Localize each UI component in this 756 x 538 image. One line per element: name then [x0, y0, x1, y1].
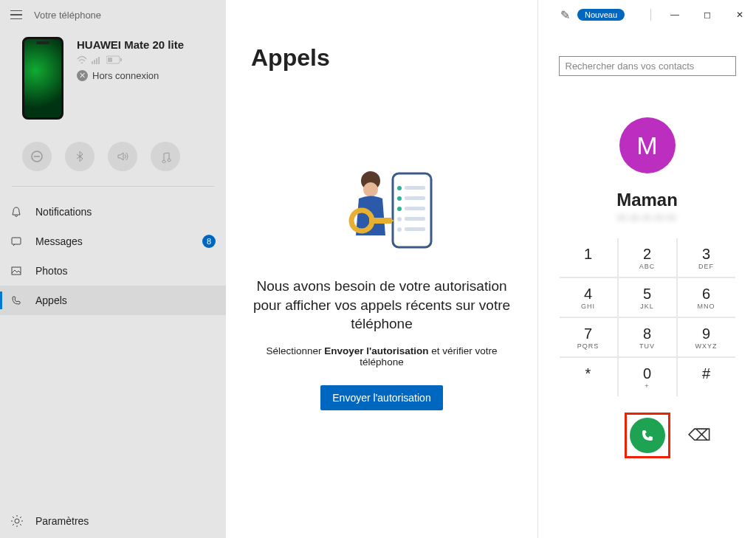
permission-subtext: Sélectionner Envoyer l'autorisation et v… — [251, 345, 512, 368]
backspace-button[interactable]: ⌫ — [688, 426, 711, 445]
phone-icon — [639, 427, 656, 444]
key-7[interactable]: 7PQRS — [560, 318, 617, 356]
permission-illustration — [326, 168, 437, 263]
key-1[interactable]: 1 — [560, 238, 617, 277]
key-hash[interactable]: # — [678, 358, 735, 396]
photo-icon — [10, 265, 25, 277]
svg-rect-10 — [12, 267, 21, 275]
phone-icon — [10, 294, 25, 306]
bluetooth-button[interactable] — [65, 142, 94, 171]
key-star[interactable]: * — [560, 358, 617, 396]
permission-heading: Nous avons besoin de votre autorisation … — [251, 277, 512, 334]
phone-thumbnail — [22, 37, 63, 120]
message-icon — [10, 235, 25, 247]
key-2[interactable]: 2ABC — [619, 238, 676, 277]
gear-icon — [10, 514, 25, 528]
wifi-icon — [77, 55, 87, 64]
device-status: Hors connexion — [92, 70, 159, 81]
svg-point-13 — [397, 186, 402, 190]
svg-rect-5 — [120, 58, 122, 61]
menu-icon[interactable] — [7, 6, 25, 24]
titlebar: ✎ Nouveau — ◻ ✕ — [538, 3, 756, 27]
svg-rect-2 — [96, 58, 97, 64]
contact-number: •• •• •• •• •• — [618, 212, 676, 224]
nav-photos[interactable]: Photos — [0, 256, 226, 286]
messages-badge: 8 — [202, 235, 216, 248]
close-button[interactable]: ✕ — [724, 4, 756, 26]
nav-label: Appels — [35, 294, 67, 306]
svg-rect-14 — [405, 186, 425, 190]
svg-point-19 — [397, 217, 402, 221]
key-6[interactable]: 6MNO — [678, 278, 735, 317]
svg-rect-1 — [94, 60, 95, 64]
device-signals — [77, 55, 184, 64]
app-title: Votre téléphone — [34, 10, 101, 21]
send-authorization-button[interactable]: Envoyer l'autorisation — [320, 385, 442, 410]
music-button[interactable] — [151, 142, 180, 171]
nav-settings[interactable]: Paramètres — [0, 504, 226, 538]
nav-messages[interactable]: Messages 8 — [0, 227, 226, 256]
svg-point-17 — [397, 207, 402, 211]
svg-point-11 — [15, 519, 19, 523]
nav-label: Notifications — [35, 206, 92, 218]
svg-rect-22 — [405, 227, 425, 231]
contact-name: Maman — [616, 190, 678, 210]
maximize-button[interactable]: ◻ — [691, 4, 724, 26]
sidebar: Votre téléphone HUAWEI Mate 20 lite ✕ Ho… — [0, 0, 226, 538]
dialpad: 1 2ABC 3DEF 4GHI 5JKL 6MNO 7PQRS 8TUV 9W… — [560, 238, 735, 396]
svg-rect-20 — [405, 217, 425, 221]
device-card: HUAWEI Mate 20 lite ✕ Hors connexion — [0, 30, 226, 130]
offline-icon: ✕ — [77, 70, 88, 81]
contact-search-input[interactable] — [559, 56, 736, 76]
svg-rect-0 — [92, 61, 93, 64]
divider — [12, 186, 214, 187]
svg-point-24 — [363, 182, 378, 197]
svg-point-15 — [397, 196, 402, 201]
nav-label: Photos — [35, 265, 68, 277]
battery-icon — [106, 55, 123, 64]
dnd-button[interactable] — [22, 142, 52, 171]
contact-avatar: M — [619, 117, 676, 173]
svg-rect-18 — [405, 207, 425, 210]
dialer-panel: ✎ Nouveau — ◻ ✕ M Maman •• •• •• •• •• 1… — [538, 0, 756, 538]
bell-icon — [10, 206, 25, 218]
nav-label: Messages — [35, 235, 83, 247]
nav-calls[interactable]: Appels — [0, 286, 226, 315]
main-panel: Appels Nous avons besoin de votre autori… — [226, 0, 538, 538]
minimize-button[interactable]: — — [659, 4, 691, 26]
signal-icon — [92, 55, 102, 64]
nav-notifications[interactable]: Notifications — [0, 197, 226, 227]
call-button[interactable] — [630, 418, 665, 453]
svg-rect-26 — [369, 218, 391, 224]
key-5[interactable]: 5JKL — [619, 278, 676, 317]
settings-label: Paramètres — [35, 515, 89, 527]
titlebar-divider — [650, 9, 651, 21]
key-8[interactable]: 8TUV — [619, 318, 676, 356]
volume-button[interactable] — [108, 142, 137, 171]
new-badge: Nouveau — [577, 9, 625, 21]
key-3[interactable]: 3DEF — [678, 238, 735, 277]
call-button-highlight — [625, 413, 670, 458]
key-4[interactable]: 4GHI — [560, 278, 617, 317]
svg-rect-6 — [108, 58, 112, 62]
svg-rect-16 — [405, 196, 425, 200]
quick-actions — [0, 130, 226, 186]
key-9[interactable]: 9WXYZ — [678, 318, 735, 356]
svg-point-21 — [397, 227, 402, 232]
svg-rect-9 — [12, 238, 21, 244]
page-title: Appels — [251, 44, 330, 72]
svg-rect-3 — [98, 57, 100, 64]
key-0[interactable]: 0+ — [619, 358, 676, 396]
nav-list: Notifications Messages 8 Photos Appels — [0, 193, 226, 315]
device-name: HUAWEI Mate 20 lite — [77, 38, 184, 51]
edit-icon[interactable]: ✎ — [560, 8, 570, 22]
